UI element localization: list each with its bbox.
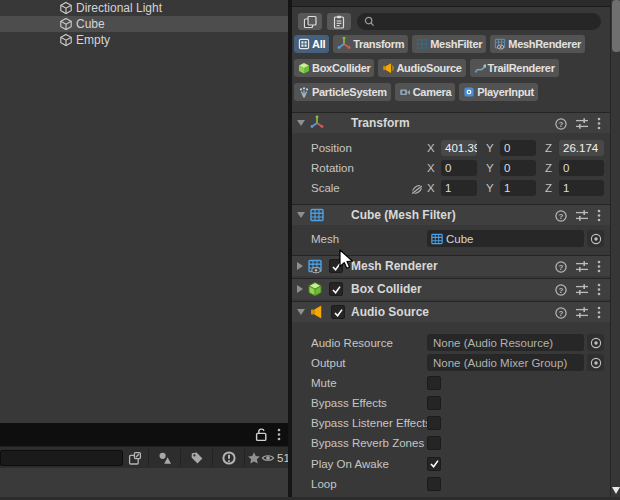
- loop-checkbox[interactable]: [427, 477, 441, 491]
- transform-header[interactable]: Transform: [292, 112, 610, 133]
- inspector-search-input[interactable]: [357, 13, 601, 30]
- audio-resource-field[interactable]: None (Audio Resource): [427, 334, 584, 351]
- foldout-collapsed-icon[interactable]: [297, 262, 303, 270]
- kebab-menu-icon[interactable]: [597, 306, 601, 319]
- axis-value: 1: [445, 182, 451, 194]
- presets-icon[interactable]: [575, 209, 589, 222]
- object-field-value: None (Audio Resource): [433, 337, 553, 349]
- inspector-scrollbar[interactable]: [610, 0, 620, 500]
- paste-component-button[interactable]: [327, 13, 351, 30]
- bypass-effects-checkbox[interactable]: [427, 396, 441, 410]
- presets-icon[interactable]: [575, 117, 589, 130]
- foldout-expanded-icon[interactable]: [297, 309, 305, 315]
- axis-value: 0: [563, 162, 569, 174]
- scale-x-field[interactable]: 1: [441, 180, 477, 196]
- search-icon: [364, 16, 375, 27]
- mesh-filter-header[interactable]: Cube (Mesh Filter): [292, 204, 610, 225]
- box-collider-icon: [298, 62, 310, 74]
- rotation-z-field[interactable]: 0: [559, 160, 604, 176]
- scrollbar-down-arrow-icon[interactable]: [612, 487, 620, 494]
- rotation-x-field[interactable]: 0: [441, 160, 477, 176]
- hierarchy-item-directional-light[interactable]: Directional Light: [0, 0, 288, 16]
- kebab-menu-icon[interactable]: [597, 283, 601, 296]
- chip-label: PlayerInput: [477, 86, 534, 98]
- chip-particlesystem[interactable]: ParticleSystem: [294, 83, 391, 101]
- presets-icon[interactable]: [575, 260, 589, 273]
- object-picker-button[interactable]: [587, 334, 604, 351]
- check-icon: [333, 307, 344, 318]
- mesh-filter-icon: [309, 207, 325, 223]
- chip-label: MeshRenderer: [508, 38, 581, 50]
- kebab-menu-icon[interactable]: [597, 260, 601, 273]
- bypass-reverb-checkbox[interactable]: [427, 436, 441, 450]
- copy-component-button[interactable]: [298, 13, 322, 30]
- toolbar-search-field[interactable]: [0, 450, 123, 466]
- box-collider-header[interactable]: Box Collider: [292, 278, 610, 299]
- unlink-constraint-icon[interactable]: [410, 183, 424, 194]
- filter-by-label-icon[interactable]: [181, 447, 212, 469]
- chip-transform[interactable]: Transform: [333, 35, 408, 53]
- help-icon[interactable]: [555, 307, 567, 319]
- output-field[interactable]: None (Audio Mixer Group): [427, 354, 584, 371]
- axis-letter-y: Y: [486, 142, 494, 154]
- transform-icon: [337, 37, 351, 51]
- help-icon[interactable]: [555, 261, 567, 273]
- presets-icon[interactable]: [575, 306, 589, 319]
- chip-meshrenderer[interactable]: MeshRenderer: [490, 35, 585, 53]
- chip-playerinput[interactable]: PlayerInput: [459, 83, 538, 101]
- mute-checkbox[interactable]: [427, 376, 441, 390]
- kebab-menu-icon[interactable]: [277, 428, 281, 441]
- chip-camera[interactable]: Camera: [395, 83, 456, 101]
- help-icon[interactable]: [555, 284, 567, 296]
- bypass-listener-checkbox[interactable]: [427, 416, 441, 430]
- help-icon[interactable]: [555, 210, 567, 222]
- scale-z-group: Z 1: [545, 180, 604, 196]
- scale-y-field[interactable]: 1: [500, 180, 536, 196]
- audio-source-header[interactable]: Audio Source: [292, 301, 610, 322]
- position-y-field[interactable]: 0: [500, 140, 536, 156]
- chip-label: Transform: [353, 38, 404, 50]
- scale-z-field[interactable]: 1: [559, 180, 604, 196]
- axis-letter-z: Z: [545, 162, 553, 174]
- play-on-awake-checkbox[interactable]: [427, 457, 441, 471]
- foldout-collapsed-icon[interactable]: [297, 285, 303, 293]
- object-picker-button[interactable]: [587, 354, 604, 371]
- chip-audiosource[interactable]: AudioSource: [378, 59, 465, 77]
- axis-letter-x: X: [427, 182, 435, 194]
- position-x-group: X 401.39: [427, 140, 486, 156]
- help-icon[interactable]: [555, 118, 567, 130]
- visibility-eye-icon[interactable]: [260, 447, 275, 469]
- audio-source-enabled-checkbox[interactable]: [331, 305, 345, 319]
- box-collider-enabled-checkbox[interactable]: [329, 282, 343, 296]
- chip-trailrenderer[interactable]: TrailRenderer: [470, 59, 559, 77]
- foldout-expanded-icon[interactable]: [297, 120, 305, 126]
- scrollbar-thumb[interactable]: [612, 0, 620, 52]
- position-z-field[interactable]: 26.174: [559, 140, 604, 156]
- object-picker-button[interactable]: [587, 230, 604, 247]
- filter-by-type-icon[interactable]: [149, 447, 180, 469]
- unlock-icon[interactable]: [255, 427, 268, 442]
- hierarchy-panel: Directional Light Cube Empty: [0, 0, 288, 500]
- position-x-field[interactable]: 401.39: [441, 140, 477, 156]
- hierarchy-item-cube[interactable]: Cube: [0, 16, 288, 32]
- rotation-y-field[interactable]: 0: [500, 160, 536, 176]
- open-new-window-icon[interactable]: [124, 447, 146, 469]
- presets-icon[interactable]: [575, 283, 589, 296]
- position-label: Position: [311, 142, 427, 154]
- hierarchy-item-empty[interactable]: Empty: [0, 32, 288, 48]
- chip-boxcollider[interactable]: BoxCollider: [294, 59, 374, 77]
- warnings-icon[interactable]: [213, 447, 244, 469]
- axis-value: 401.39: [445, 142, 477, 154]
- all-grid-icon: [298, 38, 310, 50]
- bottom-strip: [0, 468, 288, 500]
- mesh-object-field[interactable]: Cube: [427, 230, 584, 247]
- chip-meshfilter[interactable]: MeshFilter: [412, 35, 486, 53]
- chip-all[interactable]: All: [294, 35, 329, 53]
- kebab-menu-icon[interactable]: [597, 209, 601, 222]
- gameobject-cube-icon: [59, 33, 73, 47]
- chip-label: BoxCollider: [312, 62, 370, 74]
- mesh-object-value: Cube: [446, 233, 474, 245]
- field-label: Bypass Listener Effects: [311, 417, 427, 429]
- kebab-menu-icon[interactable]: [597, 117, 601, 130]
- foldout-expanded-icon[interactable]: [297, 212, 305, 218]
